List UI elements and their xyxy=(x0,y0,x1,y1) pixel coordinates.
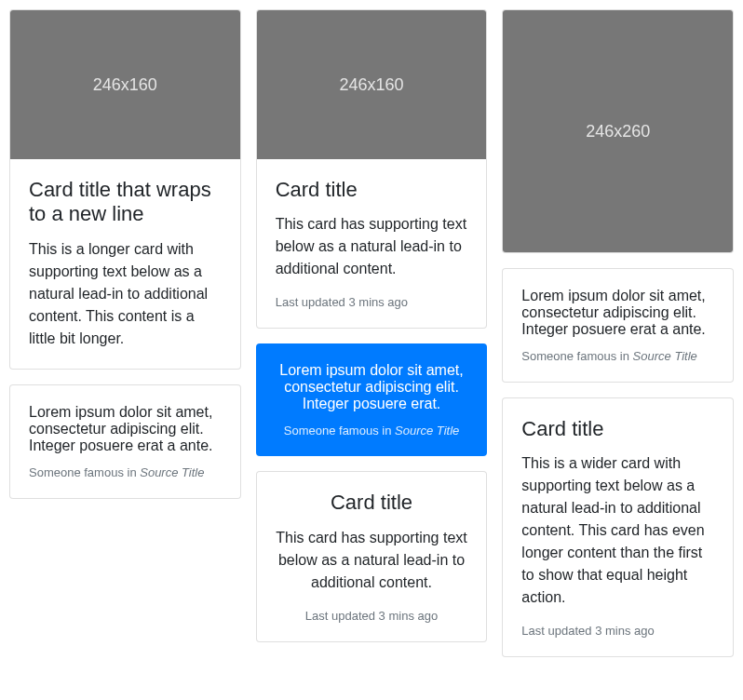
card-title: Card title xyxy=(521,417,714,441)
attribution-prefix: Someone famous in xyxy=(29,465,140,479)
blockquote-attribution: Someone famous in Source Title xyxy=(521,349,714,363)
card-title: Card title xyxy=(276,491,468,515)
attribution-prefix: Someone famous in xyxy=(284,424,395,438)
source-title: Source Title xyxy=(395,424,459,438)
card-column-2: 246x160 Card title This card has support… xyxy=(256,9,488,657)
card-text: This is a wider card with supporting tex… xyxy=(521,452,714,609)
card-column-3: 246x260 Lorem ipsum dolor sit amet, cons… xyxy=(502,9,734,657)
card-body: Card title that wraps to a new line This… xyxy=(10,159,240,369)
card-column-1: 246x160 Card title that wraps to a new l… xyxy=(9,9,241,657)
card-body: Lorem ipsum dolor sit amet, consectetur … xyxy=(10,385,240,498)
card-title: Card title that wraps to a new line xyxy=(29,178,222,227)
card: Card title This card has supporting text… xyxy=(256,471,488,641)
card-body: Card title This is a wider card with sup… xyxy=(503,398,733,656)
card-text: This is a longer card with supporting te… xyxy=(29,238,222,350)
blockquote-text: Lorem ipsum dolor sit amet, consectetur … xyxy=(275,362,469,412)
placeholder-image: 246x160 xyxy=(10,10,240,159)
blockquote-attribution: Someone famous in Source Title xyxy=(275,424,469,438)
card-quote-primary: Lorem ipsum dolor sit amet, consectetur … xyxy=(256,343,488,456)
blockquote-attribution: Someone famous in Source Title xyxy=(29,465,222,479)
blockquote-text: Lorem ipsum dolor sit amet, consectetur … xyxy=(521,288,714,338)
card: Card title This is a wider card with sup… xyxy=(502,397,734,657)
image-dimensions-label: 246x160 xyxy=(93,75,157,95)
image-dimensions-label: 246x160 xyxy=(339,75,403,95)
blockquote-text: Lorem ipsum dolor sit amet, consectetur … xyxy=(29,404,222,454)
card-quote: Lorem ipsum dolor sit amet, consectetur … xyxy=(9,384,241,499)
card-text: This card has supporting text below as a… xyxy=(276,213,468,280)
source-title: Source Title xyxy=(140,465,204,479)
card: 246x160 Card title This card has support… xyxy=(256,9,488,329)
card: 246x160 Card title that wraps to a new l… xyxy=(9,9,241,370)
card-title: Card title xyxy=(276,178,468,202)
card-body: Card title This card has supporting text… xyxy=(257,159,487,328)
placeholder-image: 246x160 xyxy=(257,10,487,159)
image-dimensions-label: 246x260 xyxy=(586,122,650,141)
card-image-only: 246x260 xyxy=(502,9,734,253)
placeholder-image: 246x260 xyxy=(503,10,733,252)
card-body: Card title This card has supporting text… xyxy=(257,472,487,640)
card-footer-text: Last updated 3 mins ago xyxy=(521,624,714,638)
card-quote: Lorem ipsum dolor sit amet, consectetur … xyxy=(502,268,734,383)
card-footer-text: Last updated 3 mins ago xyxy=(276,295,468,309)
card-body: Lorem ipsum dolor sit amet, consectetur … xyxy=(256,343,488,456)
card-footer-text: Last updated 3 mins ago xyxy=(276,609,468,623)
card-body: Lorem ipsum dolor sit amet, consectetur … xyxy=(503,269,733,382)
card-columns: 246x160 Card title that wraps to a new l… xyxy=(9,9,734,657)
source-title: Source Title xyxy=(633,349,697,363)
attribution-prefix: Someone famous in xyxy=(521,349,632,363)
card-text: This card has supporting text below as a… xyxy=(276,527,468,594)
